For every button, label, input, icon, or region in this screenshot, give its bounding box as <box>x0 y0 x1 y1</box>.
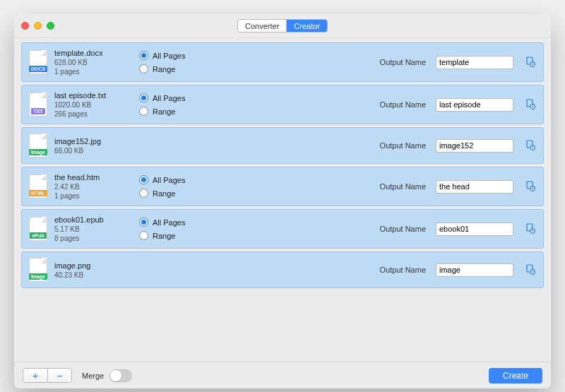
file-type-icon: Image <box>29 133 47 158</box>
file-row[interactable]: Image image152.jpg 68.00 KB Output Name <box>21 127 544 164</box>
radio-label: All Pages <box>153 176 185 184</box>
file-name: template.docx <box>54 49 132 57</box>
merge-label: Merge <box>82 372 104 380</box>
footer: + − Merge Create <box>14 362 551 388</box>
file-pages: 8 pages <box>54 234 132 242</box>
file-type-badge: DOCX <box>29 66 47 72</box>
radio-label: Range <box>153 65 175 73</box>
file-type-icon: DOCX <box>29 50 47 74</box>
mode-segmented-control: Converter Creator <box>237 19 328 32</box>
radio-label: Range <box>153 189 175 198</box>
radio-all-pages[interactable]: All Pages <box>139 93 224 102</box>
page-options: All Pages Range <box>139 175 224 198</box>
radio-label: All Pages <box>153 218 185 227</box>
output-name-input[interactable] <box>436 222 513 236</box>
minimize-icon[interactable] <box>34 22 42 30</box>
file-pages: 266 pages <box>54 110 132 118</box>
row-settings-icon[interactable] <box>525 223 536 234</box>
radio-all-pages[interactable]: All Pages <box>139 175 224 184</box>
radio-icon <box>139 93 148 102</box>
radio-label: Range <box>153 232 175 240</box>
row-settings-icon[interactable] <box>525 181 536 192</box>
close-icon[interactable] <box>21 22 29 30</box>
app-window: Converter Creator DOCX template.docx 628… <box>14 14 551 388</box>
tab-converter[interactable]: Converter <box>238 20 286 32</box>
output-name-input[interactable] <box>436 180 513 194</box>
radio-range[interactable]: Range <box>139 189 224 198</box>
file-type-badge: HTML <box>29 190 47 196</box>
output-name-input[interactable] <box>436 263 513 277</box>
radio-icon <box>139 175 148 184</box>
radio-range[interactable]: Range <box>139 231 224 240</box>
output-name-label: Output Name <box>380 225 426 233</box>
file-meta: ebook01.epub 5.17 KB 8 pages <box>54 215 132 242</box>
file-row[interactable]: HTML the head.htm 2.42 KB 1 pages All Pa… <box>21 167 544 206</box>
radio-icon <box>139 64 148 73</box>
fullscreen-icon[interactable] <box>47 22 54 30</box>
svg-point-14 <box>532 230 533 232</box>
output-name-input[interactable] <box>436 139 513 153</box>
output-name-input[interactable] <box>436 56 513 69</box>
add-remove-group: + − <box>23 368 72 383</box>
file-type-badge: Image <box>29 273 47 280</box>
row-settings-icon[interactable] <box>525 264 536 275</box>
page-options: All Pages Range <box>139 51 224 73</box>
radio-icon <box>139 218 148 227</box>
file-row[interactable]: ePub ebook01.epub 5.17 KB 8 pages All Pa… <box>21 209 544 249</box>
radio-icon <box>139 107 148 116</box>
file-type-icon: HTML <box>29 174 47 198</box>
file-size: 1020.00 KB <box>54 101 132 109</box>
output-name-label: Output Name <box>380 100 426 109</box>
tab-creator[interactable]: Creator <box>286 20 327 32</box>
file-meta: the head.htm 2.42 KB 1 pages <box>54 173 132 200</box>
radio-all-pages[interactable]: All Pages <box>139 218 224 227</box>
radio-label: All Pages <box>153 94 185 102</box>
file-type-icon: TXT <box>29 93 47 117</box>
file-row[interactable]: TXT last episode.txt 1020.00 KB 266 page… <box>21 85 544 124</box>
page-options: All Pages Range <box>139 93 224 116</box>
row-settings-icon[interactable] <box>525 99 536 110</box>
file-type-icon: Image <box>29 258 47 282</box>
output-name-label: Output Name <box>380 141 426 150</box>
add-button[interactable]: + <box>23 369 47 382</box>
file-size: 68.00 KB <box>54 147 132 155</box>
radio-range[interactable]: Range <box>139 64 224 73</box>
svg-point-17 <box>532 271 533 273</box>
merge-control: Merge <box>82 369 132 382</box>
output-name-label: Output Name <box>380 266 426 274</box>
file-size: 5.17 KB <box>54 225 132 233</box>
file-pages: 1 pages <box>54 192 132 200</box>
radio-range[interactable]: Range <box>139 107 224 116</box>
file-type-badge: Image <box>29 149 47 155</box>
file-name: image.png <box>54 261 132 270</box>
file-pages: 1 pages <box>54 68 132 76</box>
radio-all-pages[interactable]: All Pages <box>139 51 224 60</box>
radio-icon <box>139 51 148 60</box>
output-name-label: Output Name <box>380 58 426 66</box>
remove-button[interactable]: − <box>47 369 71 382</box>
svg-point-11 <box>532 188 533 189</box>
row-settings-icon[interactable] <box>525 140 536 151</box>
radio-icon <box>139 189 148 198</box>
file-type-icon: ePub <box>29 217 47 241</box>
file-name: last episode.txt <box>54 91 132 100</box>
file-type-badge: TXT <box>31 108 44 114</box>
svg-point-8 <box>532 147 533 148</box>
output-name-input[interactable] <box>436 98 513 112</box>
radio-icon <box>139 231 148 240</box>
radio-label: Range <box>153 107 175 116</box>
svg-point-2 <box>532 64 533 65</box>
titlebar: Converter Creator <box>14 14 551 38</box>
file-list: DOCX template.docx 628.00 KB 1 pages All… <box>14 38 551 362</box>
file-size: 2.42 KB <box>54 183 132 191</box>
file-row[interactable]: Image image.png 40.23 KB Output Name <box>21 251 544 288</box>
svg-point-5 <box>532 106 533 107</box>
file-size: 40.23 KB <box>54 271 132 279</box>
traffic-lights <box>21 22 54 30</box>
merge-toggle[interactable] <box>109 369 132 382</box>
row-settings-icon[interactable] <box>525 57 536 68</box>
file-name: ebook01.epub <box>54 215 132 224</box>
file-row[interactable]: DOCX template.docx 628.00 KB 1 pages All… <box>21 42 544 82</box>
file-meta: image.png 40.23 KB <box>54 261 132 279</box>
create-button[interactable]: Create <box>489 368 542 384</box>
